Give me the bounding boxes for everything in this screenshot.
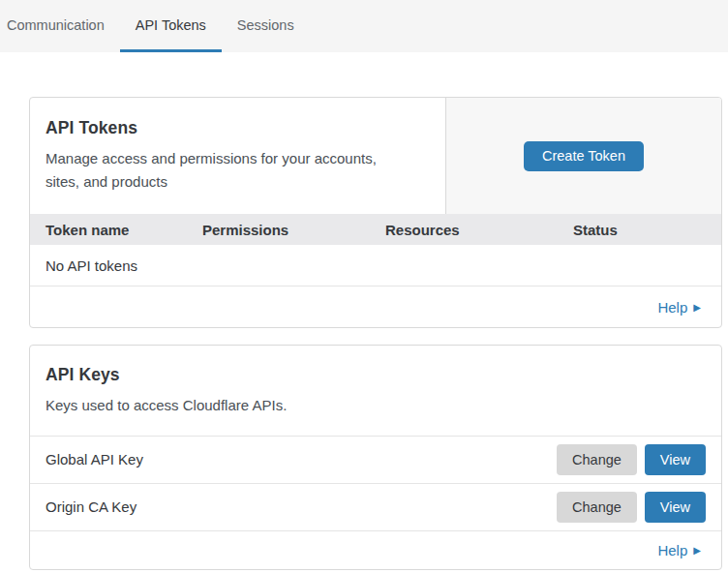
api-tokens-card: API Tokens Manage access and permissions… [29, 97, 722, 328]
help-arrow-icon: ▶ [693, 545, 701, 556]
column-header-status: Status [573, 222, 721, 238]
api-tokens-action-panel: Create Token [445, 98, 721, 214]
api-tokens-description: Manage access and permissions for your a… [46, 147, 413, 193]
tab-communication[interactable]: Communication [7, 0, 120, 52]
column-header-resources: Resources [385, 222, 573, 238]
api-key-name: Global API Key [46, 451, 143, 467]
api-key-actions: Change View [557, 444, 706, 475]
api-tokens-card-header: API Tokens Manage access and permissions… [30, 98, 721, 214]
api-keys-title: API Keys [46, 365, 706, 385]
api-key-actions: Change View [557, 492, 706, 523]
api-key-name: Origin CA Key [46, 498, 136, 515]
keys-help-row: Help ▶ [30, 530, 721, 569]
api-key-row-origin-ca: Origin CA Key Change View [30, 483, 721, 530]
api-key-row-global: Global API Key Change View [30, 436, 721, 483]
column-header-token-name: Token name [46, 222, 202, 238]
tokens-empty-row: No API tokens [30, 245, 721, 286]
tokens-help-row: Help ▶ [30, 286, 721, 327]
tab-sessions[interactable]: Sessions [222, 0, 310, 52]
keys-help-label: Help [657, 542, 687, 558]
api-keys-description: Keys used to access Cloudflare APIs. [46, 394, 413, 417]
api-keys-card-header: API Keys Keys used to access Cloudflare … [30, 346, 721, 436]
create-token-button[interactable]: Create Token [524, 141, 644, 171]
tokens-table-header: Token name Permissions Resources Status [30, 214, 721, 245]
tokens-help-link[interactable]: Help ▶ [657, 299, 701, 316]
api-keys-card: API Keys Keys used to access Cloudflare … [29, 345, 722, 570]
change-origin-ca-key-button[interactable]: Change [557, 492, 637, 523]
view-origin-ca-key-button[interactable]: View [645, 492, 706, 523]
api-tokens-header-text: API Tokens Manage access and permissions… [30, 98, 445, 214]
tokens-empty-message: No API tokens [46, 257, 137, 274]
tab-api-tokens[interactable]: API Tokens [120, 0, 222, 52]
view-global-api-key-button[interactable]: View [645, 444, 706, 475]
column-header-permissions: Permissions [202, 222, 385, 238]
tokens-help-label: Help [657, 299, 687, 316]
tab-bar: Communication API Tokens Sessions [0, 0, 728, 52]
api-tokens-title: API Tokens [46, 118, 430, 138]
keys-help-link[interactable]: Help ▶ [657, 542, 701, 558]
help-arrow-icon: ▶ [693, 302, 701, 313]
change-global-api-key-button[interactable]: Change [557, 444, 637, 475]
